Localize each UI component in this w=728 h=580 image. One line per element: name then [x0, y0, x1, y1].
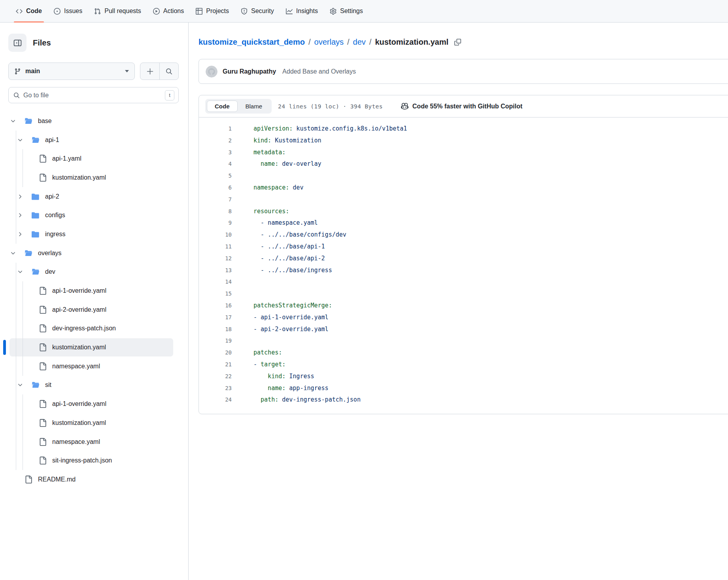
- indent-guide: [23, 451, 23, 470]
- chevron-right-icon[interactable]: [17, 231, 23, 237]
- indent-guide: [16, 319, 16, 338]
- code-line: 15: [199, 288, 728, 300]
- tab-projects[interactable]: Projects: [190, 0, 235, 22]
- line-number[interactable]: 24: [199, 394, 232, 406]
- copy-path-button[interactable]: [454, 39, 461, 45]
- line-number[interactable]: 2: [199, 135, 232, 147]
- breadcrumb-repo-link[interactable]: kustomize_quickstart_demo: [199, 38, 305, 47]
- chevron-down-icon[interactable]: [10, 118, 16, 124]
- tree-item-README.md[interactable]: README.md: [0, 470, 188, 489]
- repo-tab-nav: Code Issues Pull requests Actions Projec…: [0, 0, 728, 23]
- line-number[interactable]: 13: [199, 265, 232, 277]
- folder-open-icon: [32, 136, 40, 144]
- line-number[interactable]: 4: [199, 158, 232, 170]
- tree-item-label: kustomization.yaml: [52, 344, 106, 351]
- line-number[interactable]: 20: [199, 347, 232, 359]
- code-line: 11 - ../../base/api-1: [199, 241, 728, 253]
- tree-item-overlays[interactable]: overlays: [0, 244, 188, 263]
- branch-selector[interactable]: main: [8, 63, 135, 80]
- tab-settings[interactable]: Settings: [324, 0, 369, 22]
- tab-blame-view[interactable]: Blame: [238, 100, 270, 112]
- indent-guide: [16, 131, 16, 150]
- tree-item-kustomization.yaml[interactable]: kustomization.yaml: [0, 338, 188, 357]
- tree-item-sit[interactable]: sit: [0, 376, 188, 395]
- chevron-right-icon[interactable]: [17, 212, 23, 218]
- tab-actions[interactable]: Actions: [147, 0, 190, 22]
- tree-item-api-2-override.yaml[interactable]: api-2-override.yaml: [0, 300, 188, 319]
- line-number[interactable]: 10: [199, 229, 232, 241]
- tree-item-namespace.yaml[interactable]: namespace.yaml: [0, 357, 188, 376]
- tree-item-namespace.yaml[interactable]: namespace.yaml: [0, 432, 188, 451]
- tree-item-base[interactable]: base: [0, 112, 188, 131]
- indent-guide: [16, 300, 16, 319]
- line-number[interactable]: 19: [199, 335, 232, 347]
- breadcrumb-separator: /: [369, 38, 372, 47]
- tab-code-view[interactable]: Code: [207, 100, 238, 112]
- tree-item-configs[interactable]: configs: [0, 206, 188, 225]
- add-file-button[interactable]: [140, 63, 159, 80]
- code-text: - namespace.yaml: [253, 217, 318, 229]
- commit-author[interactable]: Guru Raghupathy: [223, 68, 276, 75]
- search-tree-button[interactable]: [159, 63, 178, 80]
- tab-insights[interactable]: Insights: [280, 0, 324, 22]
- indent-guide: [23, 281, 23, 300]
- code-line: 10 - ../../base/configs/dev: [199, 229, 728, 241]
- line-number[interactable]: 23: [199, 383, 232, 394]
- go-to-file-input[interactable]: [23, 92, 161, 99]
- tree-item-api-1-override.yaml[interactable]: api-1-override.yaml: [0, 281, 188, 300]
- graph-icon: [286, 8, 293, 15]
- line-number[interactable]: 5: [199, 170, 232, 182]
- tree-item-kustomization.yaml[interactable]: kustomization.yaml: [0, 168, 188, 187]
- line-number[interactable]: 7: [199, 194, 232, 206]
- indent-guide: [23, 168, 23, 187]
- chevron-down-icon[interactable]: [17, 269, 23, 275]
- file-icon: [25, 476, 32, 483]
- tab-security[interactable]: Security: [235, 0, 280, 22]
- tree-item-kustomization.yaml[interactable]: kustomization.yaml: [0, 413, 188, 432]
- tree-item-dev-ingress-patch.json[interactable]: dev-ingress-patch.json: [0, 319, 188, 338]
- line-number[interactable]: 11: [199, 241, 232, 253]
- line-number[interactable]: 14: [199, 276, 232, 288]
- line-number[interactable]: 16: [199, 300, 232, 312]
- code-line: 1apiVersion: kustomize.config.k8s.io/v1b…: [199, 123, 728, 135]
- line-number[interactable]: 22: [199, 371, 232, 383]
- line-number[interactable]: 3: [199, 147, 232, 159]
- tree-item-api-1-override.yaml[interactable]: api-1-override.yaml: [0, 394, 188, 413]
- tab-issues[interactable]: Issues: [48, 0, 88, 22]
- folder-icon: [32, 193, 40, 201]
- code-text: - ../../base/api-1: [253, 241, 325, 253]
- chevron-down-icon[interactable]: [17, 382, 23, 388]
- file-icon: [39, 457, 47, 464]
- tree-item-dev[interactable]: dev: [0, 263, 188, 282]
- copilot-banner[interactable]: Code 55% faster with GitHub Copilot: [401, 102, 522, 110]
- line-number[interactable]: 21: [199, 359, 232, 371]
- tree-item-api-2[interactable]: api-2: [0, 187, 188, 206]
- line-number[interactable]: 18: [199, 324, 232, 335]
- line-number[interactable]: 1: [199, 123, 232, 135]
- breadcrumb-folder-link[interactable]: dev: [353, 38, 366, 47]
- tree-item-ingress[interactable]: ingress: [0, 225, 188, 244]
- tab-pull-requests[interactable]: Pull requests: [88, 0, 147, 22]
- tree-item-sit-ingress-patch.json[interactable]: sit-ingress-patch.json: [0, 451, 188, 470]
- line-number[interactable]: 9: [199, 217, 232, 229]
- line-number[interactable]: 12: [199, 253, 232, 265]
- chevron-right-icon[interactable]: [17, 194, 23, 199]
- tree-item-label: api-1-override.yaml: [52, 400, 106, 408]
- collapse-sidebar-button[interactable]: [8, 34, 26, 52]
- breadcrumb-folder-link[interactable]: overlays: [314, 38, 344, 47]
- avatar[interactable]: [206, 66, 217, 78]
- line-number[interactable]: 17: [199, 312, 232, 324]
- code-text: - ../../base/ingress: [253, 265, 332, 277]
- line-number[interactable]: 6: [199, 182, 232, 194]
- line-number[interactable]: 15: [199, 288, 232, 300]
- tab-code[interactable]: Code: [10, 0, 48, 22]
- code-line: 16patchesStrategicMerge:: [199, 300, 728, 312]
- tree-item-api-1[interactable]: api-1: [0, 131, 188, 150]
- code-line: 12 - ../../base/api-2: [199, 253, 728, 265]
- commit-message[interactable]: Added Base and Overlays: [282, 68, 356, 75]
- line-number[interactable]: 8: [199, 206, 232, 218]
- chevron-down-icon[interactable]: [10, 250, 16, 256]
- chevron-down-icon[interactable]: [17, 137, 23, 143]
- tree-item-api-1.yaml[interactable]: api-1.yaml: [0, 149, 188, 168]
- tree-item-label: dev: [45, 268, 55, 275]
